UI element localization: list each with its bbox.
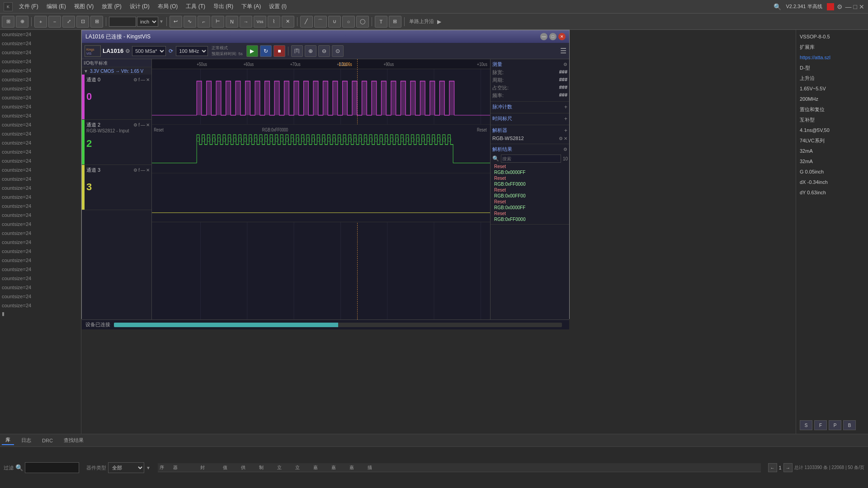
la-sample-rate-select[interactable]: 500 MSa*	[132, 46, 166, 56]
la-zoom-out-btn[interactable]: ⊖	[318, 45, 330, 57]
x-btn[interactable]: ✕	[282, 16, 294, 28]
right-btn-f[interactable]: F	[814, 420, 827, 430]
result-item-3[interactable]: RGB:0xFF0000	[492, 181, 567, 187]
right-btn-b[interactable]: B	[843, 420, 856, 430]
menu-item-edit[interactable]: 编辑 (E)	[43, 2, 70, 11]
circle-btn[interactable]: ○	[342, 16, 355, 28]
ch3-settings-icon[interactable]: ⚙	[133, 168, 137, 173]
menu-item-order[interactable]: 下单 (A)	[238, 2, 264, 11]
menu-item-tools[interactable]: 工具 (T)	[182, 2, 209, 11]
step-input[interactable]: 0.05	[109, 17, 136, 27]
unit-select[interactable]: inch	[137, 17, 158, 27]
pulse-add-icon[interactable]: +	[564, 104, 567, 110]
time-mark-title[interactable]: 时间标尺 +	[492, 115, 567, 122]
zoom-in-button[interactable]: +	[34, 16, 47, 28]
ch0-x-btn[interactable]: ✕	[146, 77, 150, 82]
corner-btn[interactable]: ⌐	[198, 16, 210, 28]
la-maximize-btn[interactable]: □	[549, 33, 557, 40]
results-title[interactable]: 解析结果 ⚙	[492, 146, 567, 153]
menu-item-export[interactable]: 导出 (R)	[210, 2, 237, 11]
oval-btn[interactable]: ◯	[356, 16, 369, 28]
wave-btn[interactable]: ∿	[184, 16, 196, 28]
analyzer-close-icon[interactable]: ✕	[564, 136, 567, 141]
grid-button[interactable]: ⊞	[90, 16, 103, 28]
line-btn[interactable]: ╱	[300, 16, 313, 28]
la-menu-btn[interactable]: ☰	[560, 47, 566, 55]
toolbar-overflow-btn[interactable]: ▶	[437, 19, 441, 25]
component-type-select[interactable]: 全部	[108, 462, 144, 473]
next-page-btn[interactable]: →	[783, 463, 793, 472]
zoom-area-button[interactable]: ⊡	[76, 16, 89, 28]
zoom-out-button[interactable]: −	[48, 16, 61, 28]
results-settings-icon[interactable]: ⚙	[563, 147, 567, 152]
tab-drc[interactable]: DRC	[38, 437, 57, 444]
tab-log[interactable]: 日志	[18, 436, 35, 445]
right-btn-s[interactable]: S	[800, 420, 812, 430]
la-stop-button[interactable]: ■	[274, 45, 285, 57]
search-icon[interactable]: 🔍	[774, 3, 781, 10]
la-single-button[interactable]: ↻	[260, 45, 272, 57]
arc-btn[interactable]: ∪	[328, 16, 341, 28]
measurements-settings-icon[interactable]: ⚙	[563, 62, 567, 67]
close-icon[interactable]: ✕	[859, 3, 864, 10]
ch2-f-btn[interactable]: f	[138, 122, 140, 127]
result-item-0[interactable]: Reset	[492, 164, 567, 169]
menu-item-settings[interactable]: 设置 (I)	[265, 2, 290, 11]
table-btn[interactable]: ⊞	[389, 16, 401, 28]
vss-btn[interactable]: Vss	[254, 16, 266, 28]
la-freq-select[interactable]: 100 MHz	[176, 46, 208, 56]
ch3-f-btn[interactable]: f	[138, 168, 140, 173]
result-item-4[interactable]: Reset	[492, 187, 567, 193]
la-run-button[interactable]: ▶	[246, 45, 258, 57]
result-item-1[interactable]: RGB:0x0000FF	[492, 169, 567, 175]
right-btn-p[interactable]: P	[829, 420, 841, 430]
menu-item-view[interactable]: 视图 (V)	[71, 2, 97, 11]
route-btn[interactable]: ↩	[170, 16, 182, 28]
la-minimize-btn[interactable]: —	[540, 33, 547, 40]
measurements-title[interactable]: 测量 ⚙	[492, 61, 567, 68]
ch0-settings-icon[interactable]: ⚙	[133, 77, 137, 82]
menu-item-place[interactable]: 放置 (P)	[98, 2, 125, 11]
settings-icon[interactable]: ⚙	[837, 3, 843, 10]
filter-input[interactable]	[25, 462, 79, 473]
analyzer-settings-icon[interactable]: ⚙	[559, 136, 563, 141]
ch2-x-btn[interactable]: ✕	[146, 122, 150, 127]
fit-button[interactable]: ⤢	[62, 16, 75, 28]
toolbar-btn-2[interactable]: ⊕	[16, 16, 28, 28]
n-btn[interactable]: N	[226, 16, 238, 28]
minimize-icon[interactable]: —	[845, 3, 852, 10]
ch3-x-btn[interactable]: ✕	[146, 168, 150, 173]
result-item-9[interactable]: RGB:0xFF0000	[492, 216, 567, 222]
arrow-btn[interactable]: →	[240, 16, 252, 28]
result-item-8[interactable]: Reset	[492, 211, 567, 216]
ch0-f-btn[interactable]: f	[138, 77, 140, 82]
curve-btn[interactable]: ⌒	[314, 16, 327, 28]
tab-library[interactable]: 库	[2, 436, 14, 445]
prev-page-btn[interactable]: ←	[768, 463, 777, 472]
la-cursor-btn[interactable]: |T|	[291, 45, 303, 57]
toolbar-btn-1[interactable]: ⊞	[2, 16, 14, 28]
la-close-btn[interactable]: ✕	[558, 33, 566, 40]
ch0-minus-btn[interactable]: —	[141, 77, 145, 82]
ch2-minus-btn[interactable]: —	[141, 122, 145, 127]
ch3-minus-btn[interactable]: —	[141, 168, 145, 173]
la-zoom-fit-btn[interactable]: ⊙	[332, 45, 344, 57]
menu-item-design[interactable]: 设计 (D)	[126, 2, 153, 11]
result-item-6[interactable]: Reset	[492, 199, 567, 205]
maximize-icon[interactable]: □	[854, 3, 857, 10]
menu-item-layout[interactable]: 布局 (O)	[154, 2, 182, 11]
analyzer-title[interactable]: 解析器 +	[492, 127, 567, 134]
la-waveform[interactable]: +50us +60us +70us +80us +90us +10us 1.31…	[152, 59, 490, 319]
pulse-count-title[interactable]: 脉冲计数 +	[492, 103, 567, 110]
ch2-settings-icon[interactable]: ⚙	[133, 122, 137, 127]
la-zoom-in-btn[interactable]: ⊕	[305, 45, 316, 57]
time-mark-add-icon[interactable]: +	[564, 116, 567, 122]
results-search-input[interactable]	[501, 155, 561, 163]
text-btn[interactable]: T	[375, 16, 387, 28]
wave2-btn[interactable]: ⌇	[268, 16, 280, 28]
measure-btn[interactable]: ⊢	[212, 16, 224, 28]
analyzer-add-icon[interactable]: +	[564, 127, 567, 134]
la-device-settings-icon[interactable]: ⚙	[125, 48, 130, 54]
result-item-2[interactable]: Reset	[492, 175, 567, 181]
menu-item-file[interactable]: 文件 (F)	[15, 2, 42, 11]
